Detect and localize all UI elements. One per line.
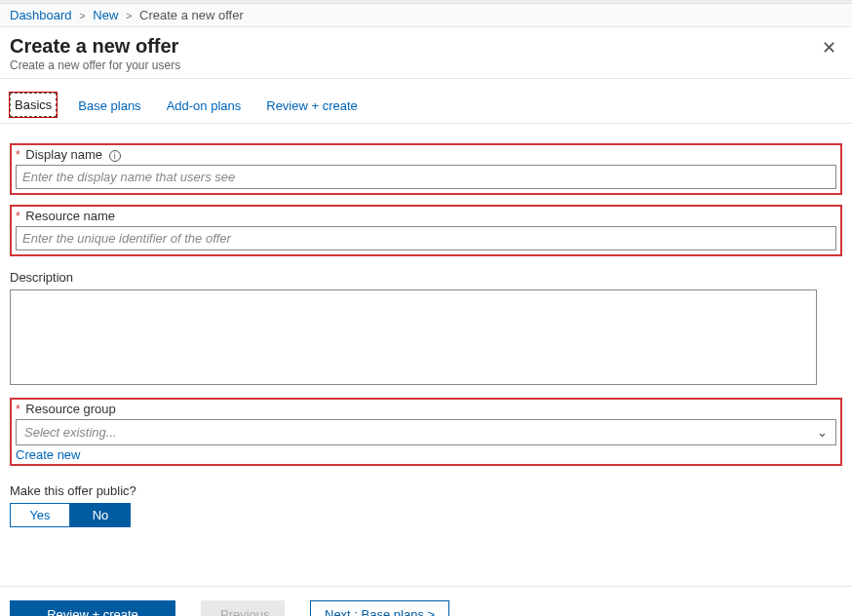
description-label: Description <box>10 270 813 285</box>
resource-name-input[interactable] <box>16 226 836 250</box>
info-icon[interactable]: i <box>109 150 121 162</box>
page-subtitle: Create a new offer for your users <box>10 58 816 72</box>
resource-name-group: * Resource name <box>10 205 842 256</box>
resource-group-placeholder: Select existing... <box>24 425 117 440</box>
display-name-label: Display name <box>25 147 102 162</box>
next-button[interactable]: Next : Base plans > <box>310 600 449 616</box>
make-public-label: Make this offer public? <box>10 483 842 498</box>
make-public-no-button[interactable]: No <box>70 503 131 527</box>
required-indicator: * <box>16 403 20 416</box>
display-name-input[interactable] <box>16 165 836 189</box>
resource-group-group: * Resource group Select existing... ⌄ Cr… <box>10 398 842 466</box>
breadcrumb-current: Create a new offer <box>139 8 244 22</box>
breadcrumb: Dashboard > New > Create a new offer <box>0 4 852 27</box>
chevron-right-icon: > <box>126 10 132 21</box>
close-icon[interactable]: ✕ <box>816 35 842 60</box>
resource-group-label: Resource group <box>25 402 116 416</box>
chevron-right-icon: > <box>79 10 85 21</box>
resource-name-label: Resource name <box>25 209 115 223</box>
create-new-link[interactable]: Create new <box>16 447 80 462</box>
required-indicator: * <box>16 210 20 223</box>
tab-addon-plans[interactable]: Add-on plans <box>163 95 246 117</box>
required-indicator: * <box>16 148 20 162</box>
description-input[interactable] <box>10 289 817 385</box>
previous-button: Previous <box>201 600 285 616</box>
description-group: Description <box>10 270 842 388</box>
resource-group-select[interactable]: Select existing... ⌄ <box>16 419 836 445</box>
footer-bar: Review + create Previous Next : Base pla… <box>0 586 852 616</box>
breadcrumb-link-new[interactable]: New <box>93 8 118 22</box>
make-public-group: Make this offer public? Yes No <box>10 483 842 527</box>
review-create-button[interactable]: Review + create <box>10 600 175 616</box>
tab-bar: Basics Base plans Add-on plans Review + … <box>0 79 852 124</box>
page-header: Create a new offer Create a new offer fo… <box>0 27 852 79</box>
make-public-yes-button[interactable]: Yes <box>10 503 70 527</box>
breadcrumb-link-dashboard[interactable]: Dashboard <box>10 8 72 22</box>
chevron-down-icon: ⌄ <box>817 425 828 440</box>
tab-base-plans[interactable]: Base plans <box>74 95 144 117</box>
display-name-group: * Display name i <box>10 143 842 195</box>
tab-review-create[interactable]: Review + create <box>262 95 362 117</box>
tab-basics[interactable]: Basics <box>10 93 57 117</box>
page-title: Create a new offer <box>10 35 816 58</box>
